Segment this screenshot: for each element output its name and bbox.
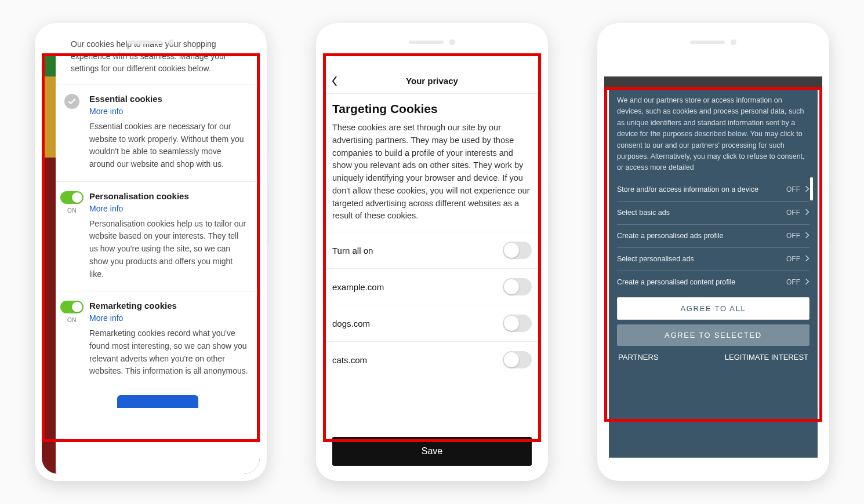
purpose-row[interactable]: Create a personalised content profile OF… xyxy=(617,271,809,294)
section-remarketing: ON Remarketing cookies More info Remarke… xyxy=(56,291,260,388)
toggle-remarketing[interactable] xyxy=(60,301,84,313)
status-off: OFF xyxy=(786,232,800,240)
status-off: OFF xyxy=(786,278,800,286)
toggle-domain[interactable] xyxy=(503,315,532,332)
phone-notch xyxy=(690,39,736,45)
domain-label: cats.com xyxy=(332,355,367,365)
section-heading: Targeting Cookies xyxy=(323,94,541,119)
purpose-row[interactable]: Select personalised ads OFF xyxy=(617,248,809,271)
domain-label: example.com xyxy=(332,282,384,292)
more-info-link[interactable]: More info xyxy=(89,313,123,323)
section-desc: Essential cookies are necessary for our … xyxy=(89,120,248,171)
phone-mock-3: We and our partners store or access info… xyxy=(597,23,829,481)
purpose-label: Create a personalised ads profile xyxy=(617,232,782,240)
save-button[interactable]: Save xyxy=(332,437,532,466)
status-off: OFF xyxy=(786,209,800,217)
panel-header: Your privacy xyxy=(323,68,541,94)
purpose-label: Select personalised ads xyxy=(617,255,782,263)
consent-panel: We and our partners store or access info… xyxy=(609,87,818,458)
page-header-bar xyxy=(604,76,822,88)
agree-all-button[interactable]: AGREE TO ALL xyxy=(617,297,809,320)
domain-label: dogs.com xyxy=(332,319,370,328)
section-title: Personalisation cookies xyxy=(89,191,248,201)
phone-mock-2: Your privacy Targeting Cookies These coo… xyxy=(316,23,548,481)
header-title: Your privacy xyxy=(406,76,458,86)
section-essential: Essential cookies More info Essential co… xyxy=(56,84,260,181)
toggle-domain[interactable] xyxy=(503,351,532,368)
toggle-on-label: ON xyxy=(67,317,77,323)
cookie-settings-sheet: Our cookies help to make your shopping e… xyxy=(56,30,260,474)
domain-row: cats.com xyxy=(323,341,541,378)
chevron-right-icon xyxy=(805,231,809,241)
chevron-right-icon xyxy=(805,277,809,287)
toggle-on-label: ON xyxy=(67,207,77,214)
more-info-link[interactable]: More info xyxy=(89,107,123,116)
intro-text: Our cookies help to make your shopping e… xyxy=(56,30,260,84)
section-title: Remarketing cookies xyxy=(89,301,248,311)
section-desc: Personalisation cookies help us to tailo… xyxy=(89,218,248,280)
chevron-right-icon xyxy=(805,254,809,264)
chevron-right-icon xyxy=(805,185,809,195)
legitimate-interest-link[interactable]: LEGITIMATE INTEREST xyxy=(725,353,808,361)
back-button[interactable] xyxy=(331,75,338,89)
turn-all-on-row: Turn all on xyxy=(323,232,541,268)
purpose-list: Store and/or access information on a dev… xyxy=(617,178,809,294)
check-icon xyxy=(64,94,79,109)
phone-notch xyxy=(409,39,455,45)
agree-selected-button[interactable]: AGREE TO SELECTED xyxy=(617,324,809,346)
toggle-turn-all[interactable] xyxy=(503,242,532,259)
purpose-row[interactable]: Create a personalised ads profile OFF xyxy=(617,225,809,248)
purpose-row[interactable]: Store and/or access information on a dev… xyxy=(617,178,809,202)
more-info-link[interactable]: More info xyxy=(89,204,123,213)
phone-notch xyxy=(128,39,174,45)
section-desc: Remarketing cookies record what you've f… xyxy=(89,327,248,378)
section-paragraph: These cookies are set through our site b… xyxy=(323,119,541,232)
status-off: OFF xyxy=(786,255,800,263)
partners-link[interactable]: PARTNERS xyxy=(618,353,659,361)
intro-text: We and our partners store or access info… xyxy=(617,95,809,174)
domain-row: dogs.com xyxy=(323,305,541,341)
purpose-row[interactable]: Select basic ads OFF xyxy=(617,202,809,225)
section-personalisation: ON Personalisation cookies More info Per… xyxy=(56,181,260,291)
toggle-personalisation[interactable] xyxy=(60,191,84,204)
turn-all-label: Turn all on xyxy=(332,246,373,255)
purpose-label: Create a personalised content profile xyxy=(617,278,782,286)
phone-mock-1: Our cookies help to make your shopping e… xyxy=(35,23,267,481)
purpose-label: Store and/or access information on a dev… xyxy=(617,185,782,193)
purpose-label: Select basic ads xyxy=(617,209,782,217)
domain-row: example.com xyxy=(323,268,541,305)
targeting-cookies-panel: Your privacy Targeting Cookies These coo… xyxy=(323,68,541,474)
section-title: Essential cookies xyxy=(89,94,248,104)
toggle-domain[interactable] xyxy=(503,278,532,295)
status-off: OFF xyxy=(786,185,800,193)
chevron-right-icon xyxy=(805,208,809,218)
scrollbar-thumb[interactable] xyxy=(810,177,813,200)
save-button[interactable] xyxy=(117,395,198,408)
